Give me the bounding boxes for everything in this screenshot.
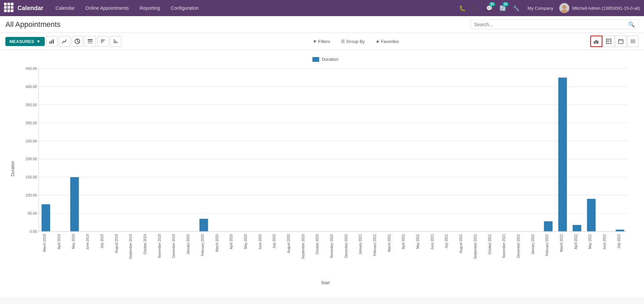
bar-chart-button[interactable] <box>46 36 58 47</box>
favorites-button[interactable]: ★ Favorites <box>373 38 402 45</box>
svg-rect-2 <box>49 41 50 44</box>
svg-text:June 2019: June 2019 <box>86 234 89 250</box>
svg-rect-64 <box>199 219 208 231</box>
nav-menu: Calendar Online Appointments Reporting C… <box>50 0 457 16</box>
svg-text:July 2019: July 2019 <box>100 234 104 249</box>
nav-online-appointments[interactable]: Online Appointments <box>80 0 134 16</box>
star-icon: ★ <box>376 39 380 44</box>
view-list-icon <box>630 39 636 44</box>
filters-button[interactable]: ▼ Filters <box>310 38 333 45</box>
svg-text:July 2021: July 2021 <box>445 234 448 249</box>
svg-text:December 2020: December 2020 <box>344 234 348 258</box>
svg-text:350.00: 350.00 <box>26 103 37 107</box>
svg-rect-54 <box>70 177 79 231</box>
svg-rect-51 <box>42 204 50 231</box>
toolbar-mid: ▼ Filters ☰ Group By ★ Favorites <box>310 38 402 45</box>
svg-text:November 2020: November 2020 <box>330 234 334 258</box>
view-table-button[interactable] <box>603 36 614 47</box>
search-icon[interactable]: 🔍 <box>628 21 635 28</box>
svg-text:May 2020: May 2020 <box>244 234 248 249</box>
svg-text:400.00: 400.00 <box>26 85 37 89</box>
activity-icon[interactable]: 🔄 35 <box>497 3 508 13</box>
svg-text:50.00: 50.00 <box>28 211 37 215</box>
svg-text:0.00: 0.00 <box>30 229 37 233</box>
svg-text:June 2021: June 2021 <box>430 234 434 250</box>
svg-text:October 2021: October 2021 <box>488 234 492 255</box>
sort-asc-icon <box>100 39 106 44</box>
svg-rect-93 <box>573 225 581 231</box>
legend-label: Duration <box>322 57 338 62</box>
page-title: All Appointments <box>5 20 61 29</box>
svg-text:June 2022: June 2022 <box>603 234 606 250</box>
user-name[interactable]: Mitchell Admin (13853091-15-0-all) <box>572 6 640 11</box>
svg-text:January 2020: January 2020 <box>186 234 190 255</box>
top-navigation: Calendar Calendar Online Appointments Re… <box>0 0 644 16</box>
svg-rect-18 <box>596 40 597 44</box>
svg-text:August 2021: August 2021 <box>459 234 463 253</box>
company-name[interactable]: My Company <box>524 6 557 11</box>
view-calendar-icon <box>618 39 623 44</box>
view-calendar-button[interactable] <box>615 36 627 47</box>
svg-text:450.00: 450.00 <box>26 67 37 71</box>
chat-icon[interactable]: 💬 35 <box>484 3 495 13</box>
nav-calendar[interactable]: Calendar <box>50 0 80 16</box>
sort-asc-button[interactable] <box>97 36 109 47</box>
x-axis-label: Start <box>321 280 330 285</box>
pie-chart-icon <box>75 39 80 44</box>
svg-text:November 2019: November 2019 <box>158 234 161 258</box>
chart-container: Duration Duration 0.0050.00100.00150.002… <box>0 50 644 297</box>
phone-icon[interactable]: 📞 <box>470 3 481 13</box>
search-input[interactable] <box>474 22 628 27</box>
svg-text:June 2020: June 2020 <box>258 234 262 250</box>
sort-desc-button[interactable] <box>110 36 121 47</box>
apps-icon[interactable] <box>4 3 15 13</box>
app-brand: Calendar <box>17 5 43 12</box>
view-bar-chart-button[interactable] <box>590 36 602 47</box>
svg-text:January 2021: January 2021 <box>358 234 362 255</box>
svg-text:August 2019: August 2019 <box>115 234 118 253</box>
nav-reporting[interactable]: Reporting <box>134 0 165 16</box>
toolbar: MEASURES ▼ <box>0 33 644 50</box>
svg-text:March 2022: March 2022 <box>560 234 563 252</box>
svg-text:300.00: 300.00 <box>26 121 37 125</box>
svg-rect-9 <box>88 41 92 42</box>
bar-chart-svg: 0.0050.00100.00150.00200.00250.00300.003… <box>20 65 631 272</box>
line-chart-icon <box>62 39 67 44</box>
bug-icon[interactable]: 🐛 <box>457 3 468 13</box>
svg-rect-8 <box>88 39 92 40</box>
filters-label: Filters <box>318 39 330 44</box>
toolbar-left: MEASURES ▼ <box>5 36 121 47</box>
svg-text:March 2020: March 2020 <box>215 234 219 252</box>
svg-rect-3 <box>51 40 52 44</box>
svg-text:February 2020: February 2020 <box>201 234 204 256</box>
nav-right-icons: 🐛 📞 💬 35 🔄 35 🔧 My Company Mitchell Admi… <box>457 3 640 13</box>
svg-text:October 2019: October 2019 <box>143 234 147 255</box>
svg-rect-91 <box>558 78 567 231</box>
view-list-button[interactable] <box>627 36 639 47</box>
stack-chart-button[interactable] <box>84 36 96 47</box>
svg-rect-95 <box>587 199 596 231</box>
y-axis-label: Duration <box>10 161 15 176</box>
svg-text:April 2020: April 2020 <box>229 234 233 249</box>
avatar[interactable] <box>559 3 569 13</box>
pie-chart-button[interactable] <box>72 36 83 47</box>
measures-button[interactable]: MEASURES ▼ <box>5 37 45 46</box>
svg-text:September 2021: September 2021 <box>473 234 477 259</box>
view-table-icon <box>606 39 611 44</box>
svg-text:December 2019: December 2019 <box>172 234 176 258</box>
svg-text:August 2020: August 2020 <box>287 234 291 253</box>
group-by-button[interactable]: ☰ Group By <box>338 38 368 45</box>
view-bar-icon <box>594 39 599 44</box>
svg-rect-19 <box>597 41 598 44</box>
group-by-label: Group By <box>346 39 365 44</box>
svg-line-7 <box>77 41 79 42</box>
svg-text:May 2019: May 2019 <box>72 234 75 249</box>
svg-text:250.00: 250.00 <box>26 139 37 143</box>
svg-text:March 2021: March 2021 <box>387 234 391 252</box>
line-chart-button[interactable] <box>59 36 70 47</box>
svg-text:April 2022: April 2022 <box>574 234 578 249</box>
nav-configuration[interactable]: Configuration <box>165 0 204 16</box>
svg-point-1 <box>561 9 568 13</box>
svg-text:April 2019: April 2019 <box>57 234 61 249</box>
wrench-icon[interactable]: 🔧 <box>511 3 522 13</box>
